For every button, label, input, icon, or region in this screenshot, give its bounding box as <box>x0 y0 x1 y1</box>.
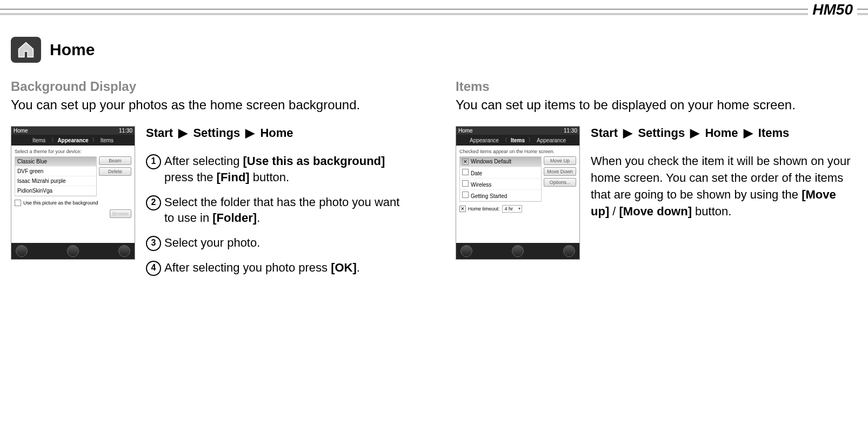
theme-pidionskinvga: PidionSkinVga <box>15 186 96 196</box>
header-rule: HM50 <box>0 9 868 15</box>
tab-appearance-2: Appearance <box>470 137 499 143</box>
step-3: Select your photo. <box>146 235 412 251</box>
section-title: Home <box>50 41 95 59</box>
theme-classic-blue: Classic Blue <box>15 157 96 167</box>
step-4-bold-b: [OK] <box>331 261 357 274</box>
use-background-checkbox <box>15 200 21 206</box>
theme-hint: Select a theme for your device: <box>15 149 131 154</box>
step-1-bold-d: [Find] <box>217 170 250 184</box>
status-time-2: 11:30 <box>564 128 577 134</box>
left-row: Home 11:30 Items 〈 Appearance 〉 Items Se… <box>11 126 412 284</box>
theme-dvf-green: DVF green <box>15 167 96 176</box>
status-title-2: Home <box>458 128 473 134</box>
section-header: Home <box>11 37 412 63</box>
tab-items-2b: Items <box>511 137 525 143</box>
step-2-text-a: Select the folder that has the photo you… <box>164 195 399 225</box>
path-home-2: Home <box>705 126 738 140</box>
tab-items-2: Items <box>101 137 113 143</box>
desc-e: button. <box>692 204 731 218</box>
right-row: Home 11:30 Appearance 〈 Items 〉 Appearan… <box>456 126 857 260</box>
ok-button-icon-2 <box>563 245 575 257</box>
subhead-items: Items <box>456 79 857 94</box>
path-settings-2: Settings <box>638 126 685 140</box>
move-up-button: Move Up <box>544 156 576 165</box>
move-down-button: Move Down <box>544 167 576 176</box>
items-list: ✕Windows Default Date Wireless Getting S… <box>459 156 542 202</box>
screenshot-appearance: Home 11:30 Items 〈 Appearance 〉 Items Se… <box>11 126 135 260</box>
step-1-bold-b: [Use this as background] <box>243 154 385 168</box>
center-button-icon-2 <box>512 245 524 257</box>
center-button-icon <box>67 245 79 257</box>
home-timeout-checkbox: ✕ <box>459 206 466 212</box>
home-timeout-label: Home timeout: <box>468 206 500 212</box>
path-start-2: Start <box>591 126 618 140</box>
home-icon <box>11 37 41 63</box>
path-items: Start ▶ Settings ▶ Home ▶ Items <box>591 126 857 140</box>
browse-button: Browse <box>110 209 131 218</box>
status-title: Home <box>14 128 28 134</box>
item-date: Date <box>460 167 541 179</box>
start-button-icon <box>16 245 28 257</box>
beam-button: Beam <box>99 156 131 165</box>
use-background-label: Use this picture as the background <box>23 200 98 206</box>
lead-background-display: You can set up your photos as the home s… <box>11 96 412 113</box>
step-4-text-c: . <box>357 261 360 274</box>
path-background: Start ▶ Settings ▶ Home <box>146 126 412 140</box>
options-button: Options... <box>544 178 576 187</box>
step-1: After selecting [Use this as background]… <box>146 153 412 185</box>
item-getting-started: Getting Started <box>460 190 541 201</box>
item-windows-default: ✕Windows Default <box>460 157 541 167</box>
chevron-right-icon: 〉 <box>92 136 97 144</box>
chevron-left-icon: 〈 <box>502 136 508 144</box>
step-2-text-c: . <box>257 211 260 225</box>
ok-button-icon <box>118 245 130 257</box>
instructions-items: Start ▶ Settings ▶ Home ▶ Items When you… <box>591 126 857 220</box>
path-items-2: Items <box>758 126 789 140</box>
tab-items: Items <box>32 137 45 143</box>
screenshot-items: Home 11:30 Appearance 〈 Items 〉 Appearan… <box>456 126 580 260</box>
subhead-background-display: Background Display <box>11 79 412 94</box>
items-description: When you check the item it will be shown… <box>591 153 857 220</box>
step-1-text-a: After selecting <box>164 154 243 168</box>
start-button-icon-2 <box>460 245 472 257</box>
step-4-text-a: After selecting you photo press <box>164 261 331 274</box>
step-2: Select the folder that has the photo you… <box>146 194 412 226</box>
chevron-right-icon: 〉 <box>528 136 533 144</box>
step-2-bold-b: [Folder] <box>212 211 257 225</box>
arrow-icon: ▶ <box>245 126 255 140</box>
home-timeout-select: 4 hr <box>502 205 523 213</box>
tab-appearance: Appearance <box>57 137 88 143</box>
page-content: Home Background Display You can set up y… <box>0 15 868 284</box>
instructions-background: Start ▶ Settings ▶ Home After selecting … <box>146 126 412 284</box>
items-hint: Checked items appear on the Home screen. <box>459 149 576 154</box>
theme-isaac-mizrahi: Isaac Mizrahi purple <box>15 176 96 186</box>
model-label: HM50 <box>808 1 857 18</box>
chevron-left-icon: 〈 <box>49 136 54 144</box>
theme-list: Classic Blue DVF green Isaac Mizrahi pur… <box>15 156 97 196</box>
steps-background: After selecting [Use this as background]… <box>146 153 412 275</box>
lead-items: You can set up items to be displayed on … <box>456 96 857 113</box>
path-home: Home <box>260 126 293 140</box>
step-4: After selecting you photo press [OK]. <box>146 260 412 276</box>
path-start: Start <box>146 126 173 140</box>
arrow-icon: ▶ <box>178 126 188 140</box>
path-settings: Settings <box>193 126 240 140</box>
step-1-text-c: press the <box>164 170 217 184</box>
arrow-icon: ▶ <box>623 126 632 140</box>
arrow-icon: ▶ <box>744 126 753 140</box>
item-wireless: Wireless <box>460 179 541 190</box>
tab-appearance-3: Appearance <box>537 137 566 143</box>
arrow-icon: ▶ <box>690 126 699 140</box>
desc-c: / <box>609 204 619 218</box>
column-right: Items You can set up items to be display… <box>456 37 857 284</box>
status-time: 11:30 <box>119 128 132 134</box>
step-1-text-e: button. <box>250 170 289 184</box>
desc-d: [Move down] <box>619 204 692 218</box>
delete-button: Delete <box>99 167 131 176</box>
column-left: Home Background Display You can set up y… <box>11 37 412 284</box>
